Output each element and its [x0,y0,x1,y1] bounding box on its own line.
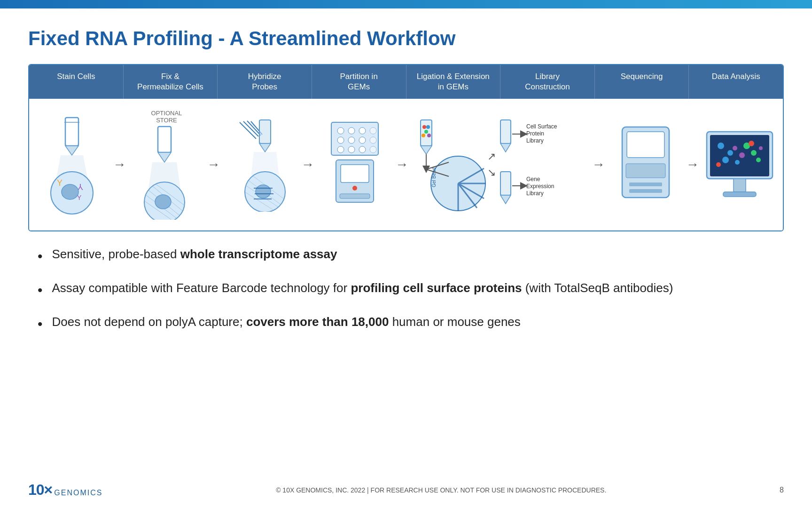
arrow-split-group: ↗ ↘ [487,151,496,179]
svg-point-43 [337,137,344,143]
svg-marker-61 [421,146,432,154]
svg-point-60 [427,134,431,137]
slide-title: Fixed RNA Profiling - A Streamlined Work… [28,27,784,50]
svg-rect-86 [626,164,665,178]
diagram-sequencing [607,118,684,212]
svg-marker-79 [500,195,511,204]
svg-point-93 [722,157,729,163]
bullet-3-bold: covers more than 18,000 [246,315,389,329]
step-partition-gems: Partition inGEMs [312,65,406,99]
svg-point-46 [370,137,376,143]
svg-rect-104 [723,192,756,197]
arrow-3: → [301,157,314,172]
arrow-1: → [113,157,126,172]
svg-rect-87 [629,183,662,186]
step-hybridize-probes: HybridizeProbes [218,65,312,99]
svg-point-44 [348,137,355,143]
diagram-partition-gems [316,118,393,212]
svg-point-42 [370,127,376,134]
bullet-dot-1: • [38,246,43,266]
svg-point-99 [735,160,740,165]
arrow-4: → [395,157,408,172]
svg-line-23 [247,121,261,135]
svg-point-58 [424,130,428,134]
svg-point-53 [352,186,357,190]
logo-genomics: GENOMICS [54,489,102,497]
svg-marker-11 [158,152,171,162]
svg-point-49 [359,146,366,153]
svg-text:Gene: Gene [526,176,540,183]
svg-point-102 [759,146,763,150]
step-ligation-extension: Ligation & Extensionin GEMs [406,65,501,99]
svg-point-45 [359,137,366,143]
bullet-text-1: Sensitive, probe-based whole transcripto… [52,246,337,262]
svg-point-59 [422,134,425,137]
step-library-construction: LibraryConstruction [500,65,595,99]
svg-rect-88 [629,189,662,193]
svg-point-50 [370,146,376,153]
svg-point-34 [256,185,271,198]
svg-rect-0 [65,118,78,146]
diagram-hybridize-probes [222,118,299,212]
workflow-container: Stain Cells Fix &Permeabilize Cells Hybr… [28,64,784,231]
diagram-fix-permeabilize: OPTIONALSTORE [128,110,205,220]
footer: 10× GENOMICS © 10X GENOMICS, INC. 2022 |… [0,481,812,499]
bullet-dot-3: • [38,314,43,334]
svg-point-95 [739,152,745,158]
svg-text:Y: Y [57,178,62,188]
footer-logo: 10× GENOMICS [28,481,102,499]
svg-point-41 [359,127,366,134]
svg-point-92 [727,150,733,156]
svg-point-57 [426,125,430,129]
bullet-item-3: • Does not depend on polyA capture; cove… [38,313,774,334]
svg-rect-54 [340,194,370,198]
step-data-analysis: Data Analysis [689,65,783,99]
svg-rect-103 [734,179,746,192]
svg-point-94 [733,146,737,151]
svg-rect-72 [500,120,511,143]
bullet-2-bold: profiling cell surface proteins [351,281,522,295]
step-fix-permeabilize: Fix &Permeabilize Cells [124,65,218,99]
bullets-section: • Sensitive, probe-based whole transcrip… [28,246,784,334]
svg-point-20 [155,195,171,209]
svg-marker-2 [65,146,78,155]
svg-rect-25 [259,120,271,143]
bullet-item-1: • Sensitive, probe-based whole transcrip… [38,246,774,266]
bullet-text-3: Does not depend on polyA capture; covers… [52,313,521,330]
svg-point-39 [337,127,344,134]
bullet-1-bold: whole transcriptome assay [180,247,337,261]
svg-point-101 [716,162,721,167]
svg-point-100 [749,141,754,146]
svg-text:Gel Bead: Gel Bead [431,167,437,187]
svg-point-56 [422,125,426,129]
diagram-stain-cells: Y Y Y Y [34,113,111,216]
arrow-2: → [207,157,220,172]
svg-text:Expression: Expression [526,183,554,190]
arrow-6: → [686,157,699,172]
svg-point-48 [348,146,355,153]
svg-point-98 [756,158,761,162]
footer-copyright: © 10X GENOMICS, INC. 2022 | FOR RESEARCH… [276,486,606,494]
diagram-ligation-extension: Gel Bead [410,118,487,212]
footer-page-number: 8 [780,486,784,494]
diagram-data-analysis [701,118,778,212]
svg-point-40 [348,127,355,134]
top-bar [0,0,812,8]
arrow-5: → [592,157,605,172]
svg-rect-78 [500,172,511,195]
svg-text:Library: Library [526,137,544,144]
step-stain-cells: Stain Cells [29,65,124,99]
optional-store-label: OPTIONALSTORE [151,110,182,124]
bullet-item-2: • Assay compatible with Feature Barcode … [38,279,774,300]
svg-rect-52 [341,165,369,183]
bullet-text-2: Assay compatible with Feature Barcode te… [52,279,673,296]
diagram-library-construction: Cell Surface Protein Library Gene Expres… [496,115,590,214]
svg-point-91 [718,143,724,149]
svg-point-9 [62,184,78,199]
svg-marker-73 [500,143,511,152]
svg-point-97 [751,150,757,156]
svg-marker-26 [259,143,271,152]
svg-point-47 [337,146,344,153]
workflow-header: Stain Cells Fix &Permeabilize Cells Hybr… [29,65,783,99]
svg-text:Library: Library [526,190,544,197]
